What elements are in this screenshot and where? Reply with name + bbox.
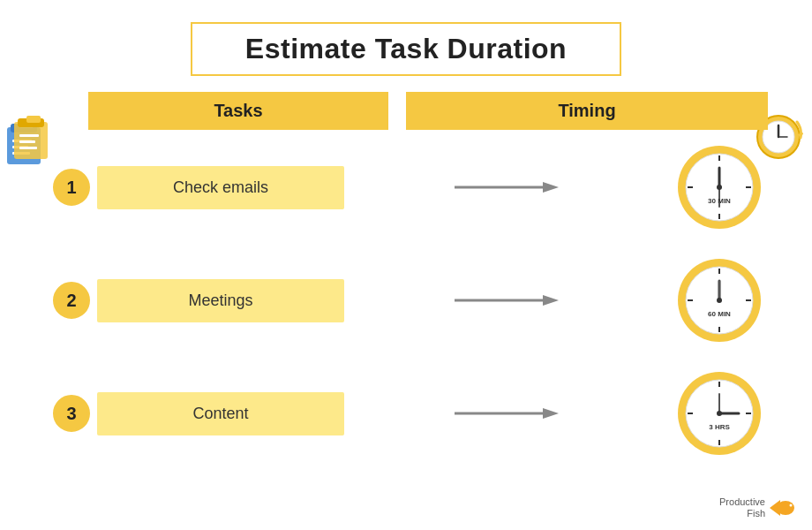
task-row: 3 Content [44, 365, 768, 462]
svg-point-51 [717, 411, 722, 416]
svg-rect-10 [19, 147, 37, 149]
svg-marker-30 [543, 295, 559, 306]
svg-marker-18 [543, 182, 559, 193]
fish-icon [770, 498, 794, 518]
task-row: 1 Check emails [44, 139, 768, 236]
svg-text:60 MIN: 60 MIN [708, 310, 731, 318]
svg-rect-11 [26, 116, 41, 123]
svg-point-39 [717, 298, 722, 303]
svg-marker-42 [543, 408, 559, 419]
arrow-1 [344, 177, 671, 198]
header-row: Tasks Timing [44, 92, 768, 130]
branding-text: Productive Fish [719, 496, 765, 519]
arrow-2 [344, 290, 671, 311]
svg-point-27 [717, 185, 722, 190]
arrow-3 [344, 403, 671, 424]
number-badge-1: 1 [53, 169, 90, 206]
clock-1: 30 MIN [671, 139, 768, 236]
number-badge-3: 3 [53, 395, 90, 432]
tasks-header: Tasks [88, 92, 388, 130]
branding: Productive Fish [719, 496, 794, 519]
svg-text:30 MIN: 30 MIN [708, 197, 731, 205]
task-rows: 1 Check emails [44, 139, 768, 462]
svg-rect-8 [19, 134, 39, 137]
svg-point-55 [790, 504, 793, 506]
clock-3: 3 HRS [671, 365, 768, 462]
task-row: 2 Meetings [44, 252, 768, 349]
svg-point-54 [777, 501, 794, 515]
svg-text:3 HRS: 3 HRS [709, 423, 730, 431]
number-badge-2: 2 [53, 282, 90, 319]
page-wrapper: Estimate Task Duration Tasks Timing 1 Ch… [0, 0, 812, 530]
page-title: Estimate Task Duration [245, 33, 567, 64]
svg-rect-9 [19, 140, 35, 143]
clock-2: 60 MIN [671, 252, 768, 349]
task-label-2: Meetings [97, 279, 344, 322]
title-box: Estimate Task Duration [191, 22, 621, 76]
task-label-3: Content [97, 392, 344, 435]
timing-header: Timing [406, 92, 768, 130]
task-label-1: Check emails [97, 166, 344, 209]
